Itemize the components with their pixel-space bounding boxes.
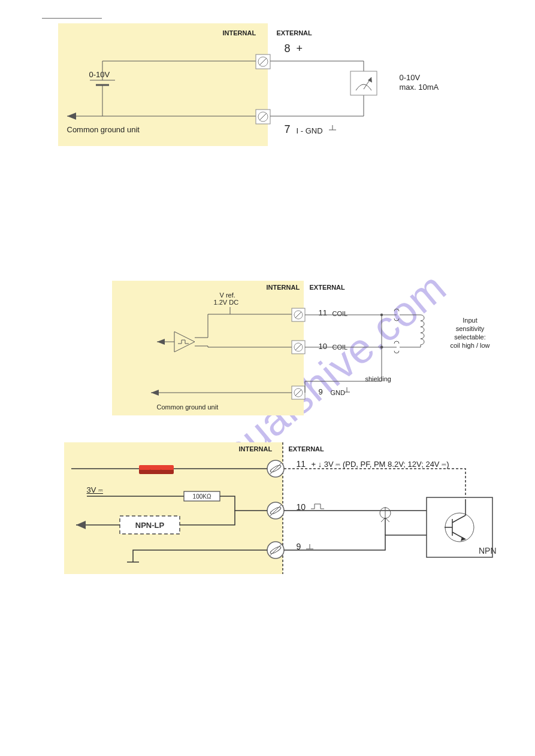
svg-marker-14 — [174, 332, 195, 352]
svg-marker-28 — [151, 390, 159, 396]
comparator-icon — [174, 332, 195, 352]
svg-point-26 — [380, 314, 382, 316]
svg-marker-15 — [157, 339, 165, 345]
svg-point-27 — [380, 346, 382, 348]
section-underline — [42, 18, 102, 19]
coil-icon — [400, 315, 424, 347]
terminal-8 — [256, 54, 270, 69]
battery-symbol — [90, 80, 115, 85]
fig2-terminal-10 — [292, 341, 305, 354]
svg-marker-49 — [76, 521, 86, 529]
svg-rect-46 — [161, 465, 174, 470]
figure-npn-input: INTERNAL EXTERNAL 11 + ↓ 3V ⎓ (PD, PF, P… — [28, 442, 507, 580]
pulse-icon — [311, 504, 324, 509]
terminal-7 — [256, 110, 270, 124]
fig2-terminal-9 — [292, 386, 305, 399]
fig3-ground-icon — [306, 544, 313, 549]
svg-rect-9 — [350, 71, 377, 95]
svg-marker-2 — [67, 113, 76, 120]
fig3-npn-label: NPN — [479, 546, 497, 555]
fig3-resistor-value: 100KΩ — [192, 493, 211, 500]
fig3-terminal-11 — [267, 460, 284, 477]
cells-icon — [139, 465, 174, 474]
fig2-ground-icon — [344, 387, 350, 392]
fig3-terminal-10 — [267, 502, 284, 519]
fig2-terminal-11 — [292, 308, 305, 321]
figure-analog-output: INTERNAL EXTERNAL 0-10V Common ground un… — [40, 23, 495, 149]
ignd-ground-icon — [329, 125, 336, 130]
fig3-terminal-9 — [267, 542, 284, 558]
fig3-npnlp-label: NPN-LP — [135, 521, 164, 530]
npn-box: NPN — [427, 497, 497, 557]
meter-symbol — [350, 71, 377, 95]
figure-coil-input: INTERNAL EXTERNAL V ref. 1.2V DC 11 COIL… — [28, 281, 507, 418]
